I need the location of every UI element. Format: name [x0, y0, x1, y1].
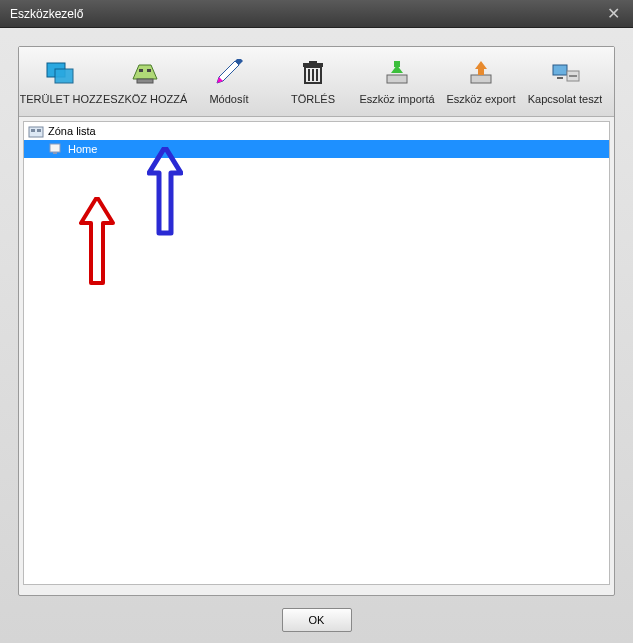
- toolbar-label: Módosít: [209, 93, 248, 105]
- svg-rect-10: [303, 63, 323, 67]
- svg-rect-26: [31, 129, 35, 132]
- connection-test-icon: [549, 59, 581, 87]
- tree-root-label: Zóna lista: [48, 125, 96, 137]
- svg-rect-22: [557, 77, 563, 79]
- toolbar-label: Kapcsolat teszt: [528, 93, 603, 105]
- svg-rect-28: [50, 144, 60, 152]
- toolbar: TERÜLET HOZZ ESZKÖZ HOZZÁ: [19, 47, 614, 117]
- connection-test-button[interactable]: Kapcsolat teszt: [523, 47, 607, 116]
- toolbar-label: TÖRLÉS: [291, 93, 335, 105]
- zone-tree[interactable]: Zóna lista Home: [23, 121, 610, 585]
- svg-rect-24: [569, 75, 577, 77]
- window-title: Eszközkezelő: [10, 7, 603, 21]
- area-add-icon: [45, 59, 77, 87]
- svg-rect-21: [553, 65, 567, 75]
- ok-button[interactable]: OK: [282, 608, 352, 632]
- toolbar-label: TERÜLET HOZZ: [20, 93, 103, 105]
- device-add-button[interactable]: ESZKÖZ HOZZÁ: [103, 47, 187, 116]
- svg-rect-29: [53, 152, 57, 154]
- tree-root-item[interactable]: Zóna lista: [24, 122, 609, 140]
- import-button[interactable]: Eszköz importá: [355, 47, 439, 116]
- tree-item-home[interactable]: Home: [24, 140, 609, 158]
- device-add-icon: [129, 59, 161, 87]
- svg-marker-19: [475, 61, 487, 69]
- delete-icon: [297, 59, 329, 87]
- export-icon: [465, 59, 497, 87]
- toolbar-label: ESZKÖZ HOZZÁ: [103, 93, 187, 105]
- delete-button[interactable]: TÖRLÉS: [271, 47, 355, 116]
- svg-rect-5: [147, 69, 151, 72]
- import-icon: [381, 59, 413, 87]
- area-add-button[interactable]: TERÜLET HOZZ: [19, 47, 103, 116]
- footer: OK: [18, 608, 615, 632]
- svg-rect-15: [387, 75, 407, 83]
- main-panel: TERÜLET HOZZ ESZKÖZ HOZZÁ: [18, 46, 615, 596]
- edit-button[interactable]: Módosít: [187, 47, 271, 116]
- svg-rect-4: [139, 69, 143, 72]
- export-button[interactable]: Eszköz export: [439, 47, 523, 116]
- svg-rect-17: [394, 61, 400, 67]
- svg-rect-1: [55, 69, 73, 83]
- device-icon: [48, 142, 64, 156]
- svg-rect-20: [478, 69, 484, 75]
- titlebar: Eszközkezelő ✕: [0, 0, 633, 28]
- edit-icon: [213, 59, 245, 87]
- zone-list-icon: [28, 124, 44, 138]
- tree-item-label: Home: [68, 143, 97, 155]
- svg-rect-11: [309, 61, 317, 63]
- close-icon[interactable]: ✕: [603, 4, 623, 24]
- svg-rect-3: [137, 79, 153, 83]
- toolbar-label: Eszköz export: [446, 93, 515, 105]
- svg-marker-2: [133, 65, 157, 79]
- client-area: TERÜLET HOZZ ESZKÖZ HOZZÁ: [0, 28, 633, 632]
- svg-rect-18: [471, 75, 491, 83]
- toolbar-label: Eszköz importá: [359, 93, 434, 105]
- svg-rect-27: [37, 129, 41, 132]
